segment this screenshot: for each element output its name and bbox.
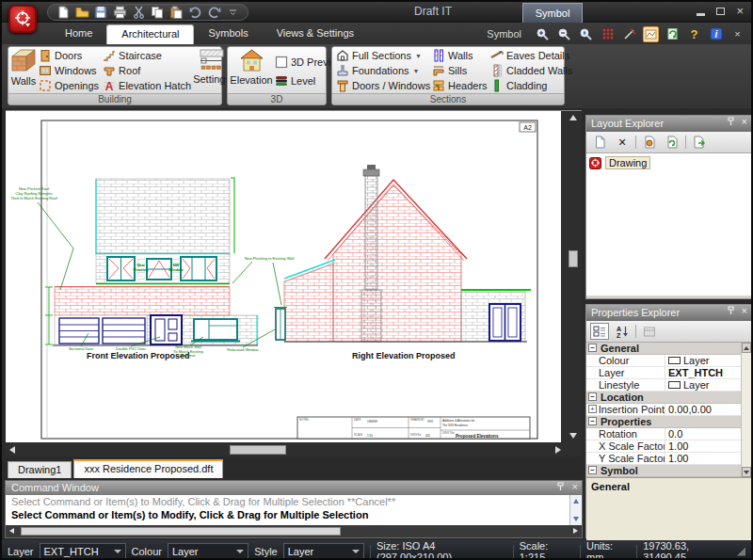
eaves-details-button[interactable]: Eaves Details — [489, 48, 564, 63]
contextual-tab-group-header[interactable]: Symbol — [522, 3, 583, 23]
close-ribbon-button[interactable]: × — [729, 26, 745, 42]
zoom-in-button[interactable] — [535, 26, 551, 42]
tab-symbols[interactable]: Symbols — [194, 24, 262, 44]
cladding-button[interactable]: Cladding — [489, 78, 564, 93]
headers-button[interactable]: Headers — [430, 78, 489, 93]
3d-preview-checkbox[interactable]: 3D Preview — [273, 53, 324, 72]
minimize-button[interactable] — [697, 13, 705, 16]
windows-button[interactable]: Windows — [37, 63, 101, 78]
resize-grip[interactable] — [736, 547, 745, 556]
collapse-icon[interactable]: − — [588, 417, 597, 425]
properties-scrollbar[interactable] — [741, 343, 751, 477]
tab-residence-proposed[interactable]: xxx Residence Proposed.dft — [73, 459, 223, 478]
settings-button[interactable]: Settings — [193, 48, 231, 93]
expand-icon[interactable]: + — [588, 405, 597, 413]
paste-button[interactable] — [168, 5, 184, 20]
help-button[interactable]: ? — [686, 26, 702, 42]
elevation-button[interactable]: Elevation — [230, 48, 273, 93]
layout-explorer-titlebar[interactable]: Layout Explorer × — [586, 116, 751, 132]
walls-button[interactable]: Walls — [10, 48, 37, 93]
scroll-right-arrow[interactable] — [555, 446, 561, 454]
staircase-button[interactable]: Staircase — [101, 48, 193, 63]
scroll-left-arrow[interactable] — [9, 446, 15, 454]
pin-icon[interactable] — [727, 306, 735, 315]
qat-overflow-chevron-icon[interactable] — [225, 5, 240, 20]
full-sections-button[interactable]: Full Sections▼ — [334, 48, 430, 63]
pin-icon[interactable] — [727, 117, 735, 126]
category-properties[interactable]: −Properties — [586, 416, 751, 428]
command-horizontal-scrollbar[interactable] — [6, 525, 582, 537]
alphabetical-sort-button[interactable]: AZ — [613, 323, 632, 340]
category-symbol[interactable]: −Symbol — [586, 465, 751, 477]
grid-toggle-button[interactable] — [600, 26, 616, 42]
refresh-button[interactable] — [665, 26, 681, 42]
close-command-window-button[interactable]: × — [572, 482, 578, 491]
horizontal-scroll-thumb[interactable] — [21, 527, 341, 536]
print-button[interactable] — [112, 5, 127, 20]
openings-button[interactable]: Openings — [37, 78, 101, 93]
categorized-view-button[interactable] — [590, 323, 609, 340]
scroll-up-arrow[interactable] — [569, 115, 577, 120]
new-layout-button[interactable] — [590, 134, 609, 151]
foundations-button[interactable]: Foundations▼ — [334, 63, 430, 78]
close-properties-explorer-button[interactable]: × — [742, 306, 747, 315]
command-window-titlebar[interactable]: Command Window × — [6, 481, 582, 495]
command-vertical-scrollbar[interactable] — [569, 495, 582, 525]
insert-layout-button[interactable] — [690, 134, 709, 151]
sketch-mode-button[interactable] — [643, 26, 659, 42]
style-combo[interactable]: Layer — [283, 543, 364, 559]
scroll-down-arrow[interactable] — [573, 517, 579, 521]
properties-explorer-titlebar[interactable]: Properties Explorer × — [586, 305, 751, 321]
update-layout-button[interactable] — [663, 134, 681, 151]
scroll-down-arrow[interactable] — [569, 433, 577, 439]
sections-walls-button[interactable]: Walls — [430, 48, 489, 63]
scroll-up-arrow[interactable] — [742, 343, 751, 353]
collapse-icon[interactable]: − — [588, 344, 597, 352]
cladded-walls-button[interactable]: Cladded Walls — [489, 63, 564, 78]
tab-views-settings[interactable]: Views & Settings — [263, 24, 368, 44]
roof-button[interactable]: Roof — [101, 63, 193, 78]
sections-doors-windows-button[interactable]: Doors / Windows▼ — [334, 78, 430, 93]
horizontal-scroll-thumb[interactable] — [230, 445, 286, 455]
level-button[interactable]: Level — [273, 72, 324, 90]
undo-button[interactable] — [187, 5, 202, 20]
category-location[interactable]: −Location — [586, 392, 751, 404]
copy-button[interactable] — [150, 5, 165, 20]
canvas-horizontal-scrollbar[interactable] — [6, 443, 565, 456]
layout-item-drawing[interactable]: Drawing — [589, 156, 748, 169]
restore-button[interactable] — [716, 8, 725, 15]
colour-combo[interactable]: Layer — [168, 543, 248, 559]
doors-button[interactable]: Doors — [37, 48, 101, 63]
zoom-extents-button[interactable] — [578, 26, 594, 42]
save-button[interactable] — [93, 5, 108, 20]
new-button[interactable] — [56, 5, 71, 20]
vertical-scroll-thumb[interactable] — [569, 250, 578, 267]
close-layout-explorer-button[interactable]: × — [742, 117, 747, 126]
tab-drawing1[interactable]: Drawing1 — [8, 461, 72, 478]
elevation-hatch-button[interactable]: AElevation Hatch — [101, 78, 193, 93]
info-button[interactable]: i — [708, 26, 724, 42]
drawing-canvas[interactable]: A2 — [6, 111, 561, 442]
cut-button[interactable] — [131, 5, 146, 20]
sills-button[interactable]: Sills — [430, 63, 489, 78]
scroll-down-arrow[interactable] — [742, 467, 751, 477]
tab-architectural[interactable]: Architectural — [106, 24, 194, 44]
zoom-out-button[interactable] — [556, 26, 572, 42]
close-window-button[interactable]: × — [736, 5, 744, 17]
open-button[interactable] — [74, 5, 89, 20]
canvas-vertical-scrollbar[interactable] — [567, 111, 580, 442]
category-general[interactable]: −General — [586, 343, 751, 355]
scroll-right-arrow[interactable] — [573, 528, 578, 534]
command-history[interactable]: Select Command or Item(s) to Modify, Cli… — [6, 495, 582, 525]
tab-home[interactable]: Home — [51, 24, 106, 44]
application-menu-button[interactable] — [8, 5, 37, 33]
collapse-icon[interactable]: − — [588, 466, 597, 474]
delete-layout-button[interactable]: ✕ — [613, 134, 632, 151]
snap-toggle-button[interactable] — [621, 26, 637, 42]
redo-button[interactable] — [206, 5, 221, 20]
collapse-icon[interactable]: − — [588, 392, 597, 401]
scroll-up-arrow[interactable] — [573, 499, 579, 504]
layer-combo[interactable]: EXT_HTCH — [40, 543, 126, 559]
scroll-left-arrow[interactable] — [9, 528, 14, 534]
import-layout-button[interactable] — [640, 134, 659, 151]
